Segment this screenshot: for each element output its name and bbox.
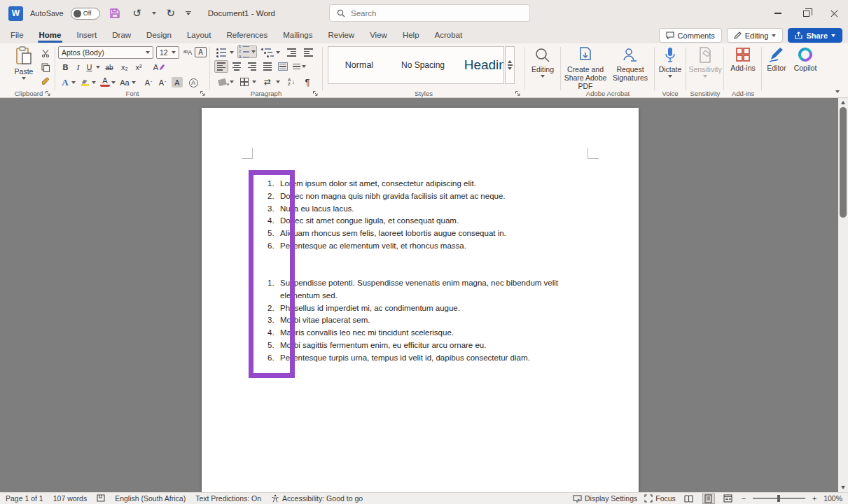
font-color-button[interactable]: A	[100, 77, 110, 87]
underline-button[interactable]: U	[84, 61, 95, 74]
italic-button[interactable]: I	[73, 61, 83, 74]
focus-button[interactable]: Focus	[644, 494, 676, 503]
font-size-select[interactable]: 12	[156, 46, 179, 59]
share-button[interactable]: Share	[788, 28, 842, 43]
tab-review[interactable]: Review	[320, 27, 362, 43]
list-item[interactable]: 3.Nulla eu lacus lacus.	[267, 203, 583, 216]
text-predictions-status[interactable]: Text Predictions: On	[195, 494, 261, 503]
phonetic-guide-button[interactable]: ᵃᵇA	[181, 46, 194, 59]
dictate-button[interactable]: Dictate	[658, 47, 683, 78]
customize-quick-access-button[interactable]	[186, 11, 191, 16]
clear-formatting-button[interactable]: A	[152, 61, 166, 74]
style-no-spacing[interactable]: No Spacing	[390, 60, 456, 70]
list-item[interactable]: 2.Donec non magna quis nibh gravida faci…	[267, 190, 583, 203]
font-color-chevron-icon[interactable]	[111, 81, 116, 84]
strikethrough-button[interactable]: ab	[103, 61, 116, 74]
print-layout-button[interactable]	[702, 493, 715, 504]
read-mode-button[interactable]	[683, 493, 695, 504]
zoom-slider-thumb[interactable]	[777, 495, 780, 502]
tab-mailings[interactable]: Mailings	[275, 27, 320, 43]
superscript-button[interactable]: x²	[132, 61, 145, 74]
scrollbar-thumb[interactable]	[840, 107, 847, 218]
sort-button[interactable]: AZ ↓	[284, 76, 298, 88]
tab-draw[interactable]: Draw	[104, 27, 139, 43]
bold-button[interactable]: B	[60, 61, 71, 74]
undo-chevron-icon[interactable]	[152, 12, 156, 15]
tab-insert[interactable]: Insert	[69, 27, 104, 43]
zoom-out-button[interactable]: −	[742, 494, 746, 503]
scroll-up-button[interactable]	[838, 98, 848, 107]
tab-layout[interactable]: Layout	[179, 27, 219, 43]
collapse-ribbon-button[interactable]	[835, 86, 840, 94]
styles-gallery-more-button[interactable]	[505, 46, 515, 84]
word-count[interactable]: 107 words	[53, 494, 87, 503]
tab-view[interactable]: View	[362, 27, 395, 43]
list-item[interactable]: 4.Donec sit amet congue ligula, et conse…	[267, 215, 583, 227]
undo-button[interactable]: ↺	[130, 6, 145, 21]
list-item[interactable]: 5.Aliquam rhoncus sem felis, laoreet lob…	[267, 227, 583, 240]
tab-acrobat[interactable]: Acrobat	[427, 27, 471, 43]
decrease-indent-button[interactable]	[284, 46, 298, 59]
multilevel-chevron-icon[interactable]	[276, 51, 280, 54]
scroll-down-button[interactable]	[838, 483, 848, 492]
zoom-in-button[interactable]: +	[812, 494, 816, 503]
accessibility-status[interactable]: Accessibility: Good to go	[271, 494, 363, 503]
web-layout-button[interactable]	[722, 493, 735, 504]
style-heading1[interactable]: Heading 1	[456, 57, 504, 73]
enclose-characters-button[interactable]: A	[187, 76, 200, 89]
underline-chevron-icon[interactable]	[96, 66, 100, 69]
numbering-button[interactable]: 1 2 3	[237, 46, 257, 58]
paragraph-dialog-launcher[interactable]	[312, 90, 319, 97]
line-spacing-button[interactable]	[291, 60, 307, 73]
change-case-button[interactable]: Aa	[118, 76, 131, 89]
highlight-chevron-icon[interactable]	[92, 81, 96, 84]
cut-button[interactable]	[39, 47, 52, 59]
shading-chevron-icon[interactable]	[230, 80, 234, 83]
list-item[interactable]: 3.Morbi vitae placerat sem.	[267, 314, 583, 327]
list-item[interactable]: 6.Pellentesque turpis urna, tempus id ve…	[267, 352, 583, 365]
zoom-level[interactable]: 100%	[823, 494, 842, 503]
format-painter-button[interactable]	[39, 75, 52, 88]
tab-references[interactable]: References	[218, 27, 275, 43]
request-signatures-button[interactable]: Request Signatures	[609, 47, 652, 82]
tab-help[interactable]: Help	[395, 27, 427, 43]
clipboard-dialog-launcher[interactable]	[45, 90, 51, 97]
text-effects-button[interactable]: A	[60, 76, 71, 89]
asian-layout-button[interactable]: ⇄	[260, 76, 274, 88]
list-item[interactable]: 1.Suspendisse potenti. Suspendisse venen…	[267, 277, 583, 302]
list-item[interactable]: 6.Pellentesque ac elementum velit, et rh…	[267, 240, 583, 253]
tab-design[interactable]: Design	[139, 27, 179, 43]
language-status[interactable]: English (South Africa)	[115, 494, 186, 503]
search-bar[interactable]	[329, 4, 530, 22]
increase-indent-button[interactable]	[301, 46, 315, 59]
styles-dialog-launcher[interactable]	[515, 90, 521, 97]
font-name-select[interactable]: Aptos (Body)	[58, 46, 153, 59]
subscript-button[interactable]: x₂	[118, 61, 131, 74]
shading-button[interactable]	[216, 76, 228, 88]
page-indicator[interactable]: Page 1 of 1	[6, 494, 43, 503]
borders-chevron-icon[interactable]	[252, 80, 256, 83]
display-settings-button[interactable]: Display Settings	[573, 494, 637, 503]
document-page[interactable]: 1.Lorem ipsum dolor sit amet, consectetu…	[202, 108, 639, 492]
character-shading-button[interactable]: A	[172, 77, 183, 88]
copilot-button[interactable]: Copilot	[791, 47, 819, 72]
search-input[interactable]	[351, 9, 505, 18]
addins-button[interactable]: Add-ins	[728, 47, 758, 72]
paste-button[interactable]: Paste	[10, 46, 38, 80]
tab-home[interactable]: Home	[32, 27, 69, 43]
create-pdf-button[interactable]: Create and Share Adobe PDF	[562, 47, 609, 90]
close-button[interactable]	[820, 0, 848, 27]
font-dialog-launcher[interactable]	[200, 90, 206, 97]
redo-button[interactable]: ↻	[163, 6, 179, 21]
grow-font-button[interactable]: Aˆ	[142, 76, 155, 89]
list-item[interactable]: 4.Mauris convallis leo nec mi tincidunt …	[267, 327, 583, 340]
shrink-font-button[interactable]: Aˇ	[156, 76, 169, 89]
editing-group-button[interactable]: Editing	[529, 47, 557, 78]
proofing-status-button[interactable]	[97, 494, 105, 503]
multilevel-list-button[interactable]	[260, 46, 274, 59]
change-case-chevron-icon[interactable]	[132, 81, 136, 84]
editing-mode-button[interactable]: Editing	[727, 28, 784, 43]
bullets-button[interactable]	[214, 46, 228, 59]
list-item[interactable]: 5.Morbi sagittis fermentum enim, eu effi…	[267, 340, 583, 352]
tab-file[interactable]: File	[3, 27, 32, 43]
